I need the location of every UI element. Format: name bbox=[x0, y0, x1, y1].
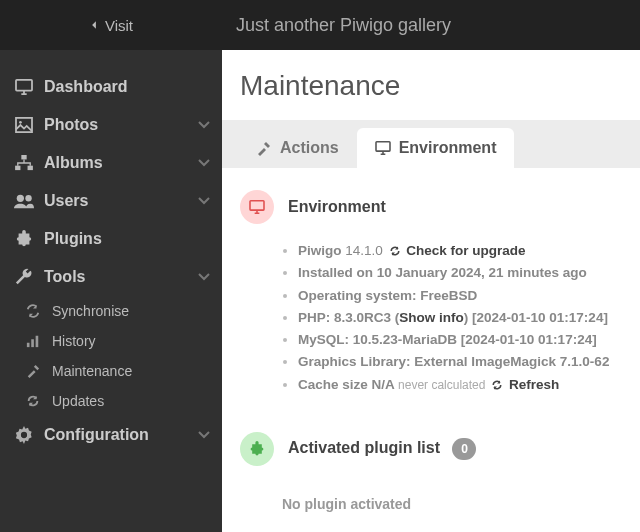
wrench-icon bbox=[12, 268, 36, 286]
env-installed: Installed on 10 January 2024, 21 minutes… bbox=[298, 262, 622, 284]
chevron-down-icon bbox=[198, 195, 210, 207]
nav-label: Synchronise bbox=[52, 303, 129, 319]
users-icon bbox=[12, 193, 36, 209]
sidebar-item-configuration[interactable]: Configuration bbox=[0, 416, 222, 454]
section-head-environment: Environment bbox=[240, 190, 622, 224]
chart-bar-icon bbox=[26, 334, 46, 348]
svg-rect-4 bbox=[15, 166, 20, 170]
visit-link[interactable]: Visit bbox=[0, 17, 222, 34]
nav-label: Users bbox=[44, 192, 88, 210]
sidebar-sub-updates[interactable]: Updates bbox=[0, 386, 222, 416]
plugins-empty-msg: No plugin activated bbox=[240, 482, 622, 512]
main-content: Maintenance Actions Environment Environm… bbox=[222, 50, 640, 532]
sidebar-sub-synchronise[interactable]: Synchronise bbox=[0, 296, 222, 326]
sidebar-item-photos[interactable]: Photos bbox=[0, 106, 222, 144]
nav-label: Maintenance bbox=[52, 363, 132, 379]
nav-label: Dashboard bbox=[44, 78, 128, 96]
nav-label: Photos bbox=[44, 116, 98, 134]
refresh-icon bbox=[389, 245, 401, 257]
monitor-icon bbox=[240, 190, 274, 224]
nav-label: Plugins bbox=[44, 230, 102, 248]
check-upgrade-link[interactable]: Check for upgrade bbox=[406, 243, 525, 258]
sidebar-item-plugins[interactable]: Plugins bbox=[0, 220, 222, 258]
section-head-plugins: Activated plugin list 0 bbox=[240, 432, 622, 466]
sidebar-item-dashboard[interactable]: Dashboard bbox=[0, 68, 222, 106]
environment-list: Piwigo 14.1.0 Check for upgrade Installe… bbox=[240, 240, 622, 396]
sidebar-sub-history[interactable]: History bbox=[0, 326, 222, 356]
monitor-icon bbox=[12, 79, 36, 95]
sidebar-item-users[interactable]: Users bbox=[0, 182, 222, 220]
sitemap-icon bbox=[12, 155, 36, 171]
php-show-info-link[interactable]: Show info bbox=[399, 310, 464, 325]
tools-icon bbox=[256, 140, 272, 156]
sidebar: Dashboard Photos Albums Users Plugins To… bbox=[0, 50, 222, 532]
env-piwigo: Piwigo 14.1.0 Check for upgrade bbox=[298, 240, 622, 262]
top-bar: Visit Just another Piwigo gallery bbox=[0, 0, 640, 50]
plugin-count-badge: 0 bbox=[452, 438, 476, 460]
refresh-icon bbox=[491, 379, 503, 391]
section-heading: Environment bbox=[288, 198, 386, 216]
cache-refresh-link[interactable]: Refresh bbox=[509, 377, 559, 392]
page-title: Maintenance bbox=[222, 50, 640, 120]
sidebar-item-tools[interactable]: Tools bbox=[0, 258, 222, 296]
svg-rect-3 bbox=[21, 155, 26, 159]
visit-label: Visit bbox=[105, 17, 133, 34]
svg-point-6 bbox=[17, 195, 24, 202]
tab-environment[interactable]: Environment bbox=[357, 128, 515, 168]
svg-point-7 bbox=[25, 195, 31, 201]
env-php: PHP: 8.3.0RC3 (Show info) [2024-01-10 01… bbox=[298, 307, 622, 329]
svg-rect-10 bbox=[36, 336, 39, 347]
nav-label: Tools bbox=[44, 268, 85, 286]
monitor-icon bbox=[375, 141, 391, 155]
chevron-down-icon bbox=[198, 119, 210, 131]
nav-label: Updates bbox=[52, 393, 104, 409]
tab-bar: Actions Environment bbox=[222, 120, 640, 168]
nav-label: Configuration bbox=[44, 426, 149, 444]
env-mysql: MySQL: 10.5.23-MariaDB [2024-01-10 01:17… bbox=[298, 329, 622, 351]
nav-label: Albums bbox=[44, 154, 103, 172]
image-icon bbox=[12, 117, 36, 133]
svg-rect-9 bbox=[31, 339, 34, 347]
gear-icon bbox=[12, 426, 36, 444]
tab-label: Environment bbox=[399, 139, 497, 157]
chevron-down-icon bbox=[198, 157, 210, 169]
puzzle-icon bbox=[240, 432, 274, 466]
chevron-left-icon bbox=[89, 20, 99, 30]
svg-rect-5 bbox=[28, 166, 33, 170]
svg-point-2 bbox=[19, 121, 22, 124]
sync-icon bbox=[26, 304, 46, 318]
chevron-down-icon bbox=[198, 271, 210, 283]
tab-label: Actions bbox=[280, 139, 339, 157]
svg-point-12 bbox=[21, 432, 27, 438]
env-cache: Cache size N/A never calculated Refresh bbox=[298, 374, 622, 396]
svg-rect-13 bbox=[376, 142, 390, 151]
tools-icon bbox=[26, 364, 46, 378]
chevron-down-icon bbox=[198, 429, 210, 441]
site-title: Just another Piwigo gallery bbox=[222, 15, 451, 36]
env-graphics: Graphics Library: External ImageMagick 7… bbox=[298, 351, 622, 373]
sidebar-sub-maintenance[interactable]: Maintenance bbox=[0, 356, 222, 386]
tab-actions[interactable]: Actions bbox=[238, 128, 357, 168]
svg-rect-0 bbox=[16, 80, 32, 91]
refresh-icon bbox=[26, 394, 46, 408]
section-heading: Activated plugin list 0 bbox=[288, 438, 476, 460]
svg-rect-8 bbox=[27, 343, 30, 347]
svg-rect-14 bbox=[250, 201, 264, 210]
nav-label: History bbox=[52, 333, 96, 349]
puzzle-icon bbox=[12, 230, 36, 248]
sidebar-item-albums[interactable]: Albums bbox=[0, 144, 222, 182]
env-os: Operating system: FreeBSD bbox=[298, 285, 622, 307]
